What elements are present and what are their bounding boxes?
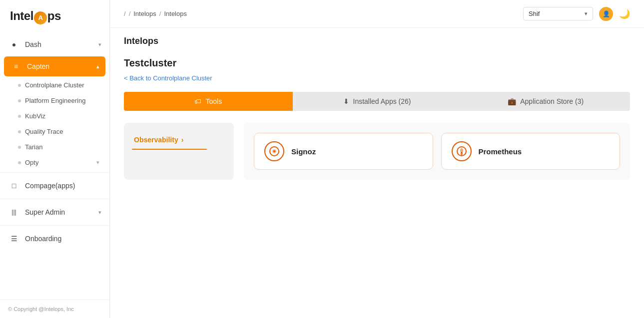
tenant-chevron-icon: ▾ [585, 10, 588, 17]
app-card-prometheus[interactable]: Prometheus [441, 133, 621, 170]
sidebar-item-quality-trace-label: Quality Trace [25, 128, 63, 135]
sidebar-item-opty[interactable]: Opty ▾ [0, 155, 109, 170]
sidebar-item-compage[interactable]: □ Compage(apps) [0, 175, 109, 197]
svg-point-4 [461, 152, 463, 154]
onboarding-icon: ☰ [8, 233, 20, 245]
content-area: Testcluster < Back to Controlplane Clust… [110, 47, 644, 318]
tools-panel: Observability › Signoz [124, 123, 630, 180]
tab-app-store[interactable]: 💼 Application Store (3) [461, 92, 630, 111]
super-admin-chevron-icon: ▾ [98, 209, 101, 216]
apps-grid: Signoz Prometheus [244, 123, 630, 180]
page-header: Intelops [110, 28, 644, 47]
sidebar-item-controlplane-label: Controlplane Cluster [25, 81, 84, 89]
dash-chevron-icon: ▾ [98, 41, 101, 48]
sidebar-item-tarian[interactable]: Tarian [0, 139, 109, 155]
tabs-bar: 🏷 Tools ⬇ Installed Apps (26) 💼 Applicat… [124, 92, 630, 111]
controlplane-dot [18, 84, 21, 87]
tab-tools-label: Tools [205, 97, 222, 105]
sidebar-item-compage-label: Compage(apps) [25, 182, 75, 190]
sidebar-item-kubviz[interactable]: KubViz [0, 108, 109, 124]
platform-engineering-dot [18, 99, 21, 102]
back-to-cluster-link[interactable]: < Back to Controlplane Cluster [124, 74, 212, 82]
dash-icon: ● [8, 38, 20, 50]
page-title: Intelops [124, 36, 630, 46]
sidebar-divider-2 [0, 199, 109, 199]
opty-dot [18, 161, 21, 164]
breadcrumb-sep-1: / [129, 10, 131, 17]
compage-icon: □ [8, 180, 20, 192]
cluster-title: Testcluster [124, 57, 630, 69]
sidebar-item-super-admin-label: Super Admin [25, 208, 65, 216]
app-card-signoz[interactable]: Signoz [254, 133, 433, 170]
capten-icon: ≡ [10, 60, 22, 72]
main-content: / / Intelops / Intelops Shif ▾ 👤 🌙 Intel… [110, 0, 644, 318]
prometheus-name: Prometheus [479, 147, 522, 156]
sidebar-item-platform-label: Platform Engineering [25, 97, 85, 104]
dark-mode-icon[interactable]: 🌙 [619, 8, 630, 19]
tarian-dot [18, 146, 21, 149]
category-observability[interactable]: Observability › [132, 133, 226, 147]
observability-label: Observability [134, 136, 178, 144]
capten-chevron-icon: ▴ [96, 63, 99, 70]
tab-installed-apps[interactable]: ⬇ Installed Apps (26) [293, 92, 462, 111]
topbar: / / Intelops / Intelops Shif ▾ 👤 🌙 [110, 0, 644, 28]
signoz-icon [264, 141, 284, 161]
sidebar-item-opty-label: Opty [25, 159, 38, 166]
quality-trace-dot [18, 130, 21, 133]
app-store-icon: 💼 [508, 97, 516, 105]
sidebar-item-super-admin[interactable]: ||| Super Admin ▾ [0, 201, 109, 223]
sidebar-divider-3 [0, 225, 109, 226]
super-admin-icon: ||| [8, 206, 20, 218]
sidebar-item-capten-label: Capten [27, 62, 49, 70]
opty-chevron-icon: ▾ [96, 159, 99, 166]
sidebar-item-controlplane[interactable]: Controlplane Cluster [0, 77, 109, 93]
logo-text: IntelAps [10, 9, 61, 24]
sidebar-item-dash[interactable]: ● Dash ▾ [0, 33, 109, 55]
capten-sub-menu: Controlplane Cluster Platform Engineerin… [0, 77, 109, 170]
sidebar-item-capten[interactable]: ≡ Capten ▴ [4, 56, 105, 76]
tab-installed-apps-label: Installed Apps (26) [353, 97, 411, 105]
logo: IntelAps [0, 0, 109, 31]
sidebar-footer: © Copyright @Intelops, Inc [0, 300, 109, 318]
categories-panel: Observability › [124, 123, 234, 180]
breadcrumb-sep-2: / [159, 10, 161, 17]
sidebar-item-tarian-label: Tarian [25, 143, 42, 151]
tenant-selector[interactable]: Shif ▾ [523, 7, 593, 20]
home-icon[interactable]: / [124, 10, 126, 17]
tenant-value: Shif [529, 10, 540, 17]
tools-icon: 🏷 [194, 97, 201, 105]
sidebar-item-quality-trace[interactable]: Quality Trace [0, 124, 109, 139]
observability-chevron-icon: › [181, 136, 184, 144]
tab-app-store-label: Application Store (3) [520, 97, 584, 105]
installed-apps-icon: ⬇ [343, 97, 349, 105]
sidebar-item-onboarding-label: Onboarding [25, 235, 61, 243]
prometheus-icon [452, 141, 472, 161]
logo-icon: A [34, 11, 47, 24]
breadcrumb-intelops-1[interactable]: Intelops [133, 10, 156, 17]
sidebar-section-top: ● Dash ▾ ≡ Capten ▴ Controlplane Cluster… [0, 31, 109, 252]
sidebar-item-kubviz-label: KubViz [25, 112, 45, 120]
signoz-name: Signoz [291, 147, 316, 156]
sidebar-item-platform-engineering[interactable]: Platform Engineering [0, 93, 109, 108]
breadcrumb: / / Intelops / Intelops [124, 10, 187, 17]
topbar-right: Shif ▾ 👤 🌙 [523, 7, 630, 21]
sidebar-item-onboarding[interactable]: ☰ Onboarding [0, 228, 109, 250]
sidebar-divider-1 [0, 172, 109, 173]
sidebar: IntelAps ● Dash ▾ ≡ Capten ▴ Controlplan… [0, 0, 110, 318]
user-avatar[interactable]: 👤 [599, 7, 613, 21]
category-underline [132, 149, 207, 150]
tab-tools[interactable]: 🏷 Tools [124, 92, 293, 111]
sidebar-item-dash-label: Dash [25, 40, 41, 48]
breadcrumb-intelops-2[interactable]: Intelops [164, 10, 187, 17]
svg-point-2 [273, 150, 275, 152]
copyright-text: © Copyright @Intelops, Inc [8, 306, 74, 312]
kubviz-dot [18, 115, 21, 118]
